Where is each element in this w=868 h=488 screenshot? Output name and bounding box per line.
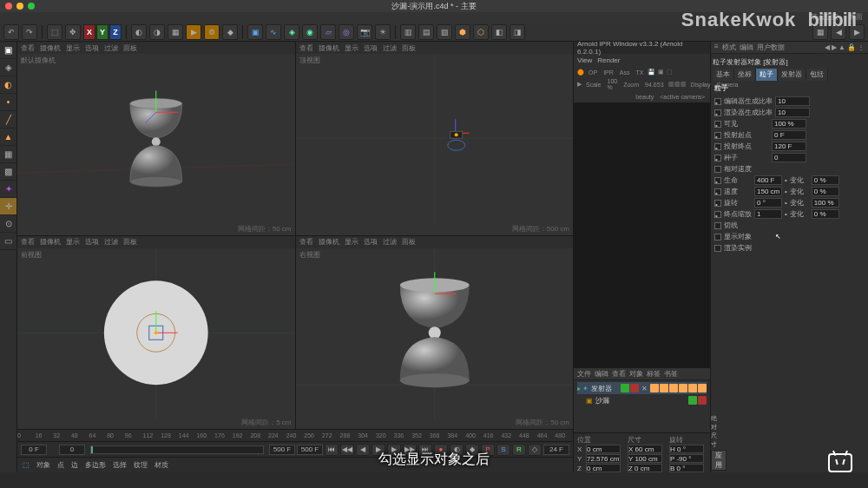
- om-tab[interactable]: 文件: [577, 369, 591, 379]
- lock-icon[interactable]: 🔒: [847, 43, 856, 51]
- timeline-tick[interactable]: 288: [340, 430, 351, 441]
- mode-item[interactable]: 纹理: [134, 460, 148, 470]
- max-dot[interactable]: [28, 3, 35, 10]
- end-frame-field[interactable]: [269, 445, 295, 455]
- mode-item[interactable]: 选择: [113, 460, 127, 470]
- object-row-hourglass[interactable]: ▣沙漏: [577, 394, 707, 406]
- nav-back-icon[interactable]: ◀: [825, 43, 830, 51]
- timeline-tick[interactable]: 240: [286, 430, 297, 441]
- nav-up-icon[interactable]: ▲: [838, 43, 845, 51]
- spline-icon[interactable]: ∿: [266, 24, 281, 40]
- cube-primitive-icon[interactable]: ▣: [247, 24, 263, 40]
- tab-include[interactable]: 包括: [806, 69, 828, 81]
- display-select[interactable]: beauty: [634, 94, 655, 100]
- tab-emitter[interactable]: 发射器: [778, 69, 806, 81]
- mode-item[interactable]: 材质: [155, 460, 168, 470]
- crop-icon[interactable]: ▣: [658, 69, 664, 76]
- timeline-tick[interactable]: 272: [322, 430, 332, 441]
- vp-menu[interactable]: 显示: [345, 43, 358, 53]
- axis-lock[interactable]: X Y Z: [83, 24, 122, 40]
- vp-menu[interactable]: 过滤: [104, 237, 118, 247]
- menu-icon[interactable]: ⋮: [858, 43, 865, 51]
- attr-menu[interactable]: 编辑: [740, 43, 753, 52]
- timeline-tick[interactable]: 464: [537, 430, 548, 441]
- timeline-tick[interactable]: 400: [465, 430, 476, 441]
- pos-z[interactable]: [586, 464, 621, 472]
- timeline-tick[interactable]: 0: [17, 430, 21, 441]
- arnold-tab-view[interactable]: View: [577, 56, 592, 64]
- tag-icon[interactable]: [669, 384, 678, 392]
- deformer-icon[interactable]: ▱: [320, 24, 336, 40]
- timeline-tick[interactable]: 208: [250, 430, 260, 441]
- tool-icon[interactable]: ◨: [510, 24, 525, 40]
- size-y[interactable]: [628, 454, 662, 463]
- tool-icon[interactable]: ▤: [418, 24, 434, 40]
- tool-icon[interactable]: ◑: [149, 24, 165, 40]
- timeline-tick[interactable]: 32: [53, 430, 60, 441]
- window-icon[interactable]: ⬚: [667, 69, 673, 76]
- checkbox[interactable]: [714, 245, 721, 252]
- scale-value[interactable]: 100 %: [606, 78, 620, 90]
- mode-item[interactable]: 边: [71, 460, 78, 470]
- tool-icon[interactable]: ◐: [131, 24, 147, 40]
- timeline-tick[interactable]: 176: [214, 430, 225, 441]
- param-field[interactable]: [775, 96, 810, 106]
- render-icon[interactable]: ▶: [186, 24, 201, 40]
- range-end-field[interactable]: [297, 445, 323, 455]
- vp-menu[interactable]: 显示: [345, 237, 358, 247]
- timeline-tick[interactable]: 80: [107, 430, 114, 441]
- tool-icon[interactable]: ▩: [0, 163, 16, 181]
- nav-right-icon[interactable]: ▶: [849, 24, 865, 40]
- pos-y[interactable]: [586, 454, 621, 463]
- param-field[interactable]: [754, 187, 782, 196]
- rot-b[interactable]: [669, 464, 704, 472]
- viewport-perspective[interactable]: 查看 摄像机 显示 选项 过滤 面板 默认摄像机: [17, 42, 295, 235]
- mode-item[interactable]: 点: [57, 460, 64, 470]
- om-tab[interactable]: 编辑: [595, 369, 608, 379]
- goto-start-icon[interactable]: ⏮: [325, 444, 339, 456]
- rot-p[interactable]: [669, 454, 704, 463]
- param-field[interactable]: [812, 175, 839, 185]
- arnold-ass-btn[interactable]: Ass: [618, 69, 632, 76]
- timeline-tick[interactable]: 448: [519, 430, 529, 441]
- current-frame-field[interactable]: [59, 445, 85, 455]
- move-icon[interactable]: ✥: [65, 24, 81, 40]
- om-tab[interactable]: 标签: [647, 369, 661, 379]
- vp-menu[interactable]: 查看: [21, 43, 35, 53]
- timeline-tick[interactable]: 144: [179, 430, 189, 441]
- param-field[interactable]: [772, 130, 806, 140]
- object-row-emitter[interactable]: ▸ ✦发射器 ✕: [577, 382, 707, 394]
- undo-button[interactable]: ↶: [3, 24, 19, 40]
- mode-item[interactable]: 多边形: [85, 460, 106, 470]
- timeline-tick[interactable]: 96: [125, 430, 132, 441]
- tool-icon[interactable]: ▦: [0, 146, 16, 163]
- param-field[interactable]: [772, 119, 806, 129]
- vp-menu[interactable]: 过滤: [383, 237, 397, 247]
- prev-frame-icon[interactable]: ◀: [356, 444, 370, 456]
- key-rot-icon[interactable]: R: [512, 444, 526, 456]
- nav-fwd-icon[interactable]: ▶: [832, 43, 837, 51]
- timeline-tick[interactable]: 384: [447, 430, 457, 441]
- arnold-op-btn[interactable]: OP: [587, 69, 599, 76]
- vp-menu[interactable]: 查看: [21, 237, 35, 247]
- timeline-tick[interactable]: 320: [376, 430, 386, 441]
- arnold-ipr-btn[interactable]: IPR: [602, 69, 615, 76]
- vp-menu[interactable]: 面板: [123, 43, 137, 53]
- timeline-tick[interactable]: 336: [394, 430, 404, 441]
- vp-menu[interactable]: 查看: [299, 43, 313, 53]
- camera-select[interactable]: <active camera>: [658, 94, 707, 100]
- timeline-tick[interactable]: 352: [411, 430, 422, 441]
- param-field[interactable]: [775, 108, 810, 117]
- tool-icon[interactable]: ▨: [437, 24, 452, 40]
- mograph-icon[interactable]: ⬢: [455, 24, 470, 40]
- key-scale-icon[interactable]: S: [496, 444, 510, 456]
- attr-menu[interactable]: 模式: [722, 43, 736, 52]
- viewport-right[interactable]: 查看 摄像机 显示 选项 过滤 面板 右视图: [296, 236, 574, 430]
- axis-icon[interactable]: ✛: [0, 198, 16, 215]
- param-field[interactable]: [812, 198, 839, 208]
- tab-coord[interactable]: 坐标: [734, 69, 756, 81]
- point-mode-icon[interactable]: •: [0, 94, 16, 111]
- timeline-tick[interactable]: 160: [196, 430, 207, 441]
- zoom-value[interactable]: 94.653: [643, 82, 665, 88]
- mograph-icon[interactable]: ⬡: [473, 24, 489, 40]
